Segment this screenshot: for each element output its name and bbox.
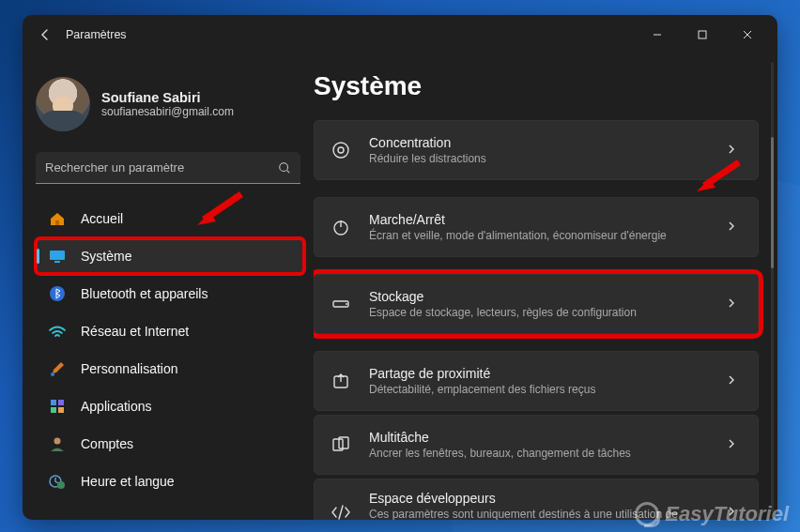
- sidebar-item-bluetooth[interactable]: Bluetooth et appareils: [36, 276, 304, 312]
- card-concentration[interactable]: Concentration Réduire les distractions: [314, 120, 759, 180]
- close-icon: [743, 30, 752, 39]
- svg-point-14: [338, 147, 344, 153]
- wifi-icon: [47, 321, 68, 342]
- power-icon: [330, 217, 352, 237]
- clock-globe-icon: [47, 471, 68, 492]
- svg-rect-3: [54, 261, 60, 263]
- profile-name: Soufiane Sabiri: [101, 90, 234, 105]
- sidebar-item-comptes[interactable]: Comptes: [36, 426, 304, 462]
- sidebar-item-label: Accueil: [81, 211, 123, 226]
- avatar: [36, 77, 90, 131]
- card-title: Stockage: [369, 289, 709, 304]
- svg-rect-8: [51, 407, 56, 413]
- share-icon: [330, 371, 352, 391]
- sidebar-item-label: Heure et langue: [81, 474, 175, 489]
- bluetooth-icon: [47, 283, 68, 304]
- scrollbar-thumb[interactable]: [771, 137, 774, 268]
- devspace-icon: [330, 502, 352, 520]
- page-title: Système: [314, 71, 770, 101]
- sidebar-item-personnalisation[interactable]: Personnalisation: [36, 351, 304, 387]
- titlebar: Paramètres: [23, 15, 777, 54]
- sidebar-item-heure-langue[interactable]: Heure et langue: [36, 464, 304, 499]
- profile-email: soufianesabiri@gmail.com: [101, 105, 234, 118]
- card-subtitle: Écran et veille, mode d'alimentation, éc…: [369, 229, 709, 242]
- svg-rect-9: [58, 407, 64, 413]
- svg-point-13: [333, 143, 348, 158]
- maximize-button[interactable]: [682, 21, 723, 49]
- sidebar: Soufiane Sabiri soufianesabiri@gmail.com…: [23, 54, 314, 520]
- main-content: Système Concentration Réduire les distra…: [314, 54, 777, 520]
- settings-window: Paramètres Soufiane Sabiri soufianesabir…: [23, 15, 777, 520]
- maximize-icon: [698, 30, 707, 39]
- svg-rect-2: [50, 251, 65, 260]
- card-title: Concentration: [369, 135, 709, 150]
- card-title: Partage de proximité: [369, 366, 709, 381]
- svg-point-10: [54, 438, 61, 445]
- sidebar-item-label: Bluetooth et appareils: [81, 286, 208, 301]
- window-controls: [637, 21, 768, 49]
- card-title: Multitâche: [369, 430, 709, 445]
- card-stockage[interactable]: Stockage Espace de stockage, lecteurs, r…: [314, 274, 759, 334]
- home-icon: [47, 208, 68, 229]
- sidebar-item-label: Comptes: [81, 436, 133, 451]
- search-icon: [278, 161, 291, 175]
- chevron-right-icon: [726, 296, 743, 312]
- svg-point-12: [57, 481, 65, 489]
- sidebar-item-accueil[interactable]: Accueil: [36, 201, 304, 236]
- card-marche-arret[interactable]: Marche/Arrêt Écran et veille, mode d'ali…: [314, 197, 759, 257]
- watermark-text: EasyTutoriel: [665, 502, 789, 526]
- watermark-icon: [635, 502, 659, 526]
- sidebar-item-applications[interactable]: Applications: [36, 388, 304, 424]
- monitor-icon: [47, 246, 68, 266]
- profile-section[interactable]: Soufiane Sabiri soufianesabiri@gmail.com: [23, 64, 314, 152]
- chevron-right-icon: [726, 142, 743, 159]
- card-partage[interactable]: Partage de proximité Détectabilité, empl…: [314, 351, 759, 411]
- sidebar-item-systeme[interactable]: Système: [36, 238, 304, 274]
- chevron-right-icon: [726, 219, 743, 236]
- search-input[interactable]: Rechercher un paramètre: [36, 152, 300, 184]
- card-title: Marche/Arrêt: [369, 212, 709, 227]
- svg-rect-7: [58, 400, 64, 405]
- svg-rect-0: [699, 31, 706, 38]
- card-subtitle: Ancrer les fenêtres, bureaux, changement…: [369, 447, 709, 460]
- card-subtitle: Détectabilité, emplacement des fichiers …: [369, 383, 709, 396]
- sidebar-item-label: Applications: [81, 399, 152, 414]
- minimize-icon: [653, 30, 662, 39]
- back-button[interactable]: [32, 22, 58, 48]
- minimize-button[interactable]: [637, 21, 678, 49]
- card-subtitle: Espace de stockage, lecteurs, règles de …: [369, 306, 709, 319]
- close-button[interactable]: [727, 21, 768, 49]
- brush-icon: [47, 358, 68, 379]
- chevron-right-icon: [726, 436, 743, 453]
- search-placeholder: Rechercher un paramètre: [45, 160, 278, 175]
- sidebar-item-label: Réseau et Internet: [81, 324, 189, 339]
- svg-point-1: [280, 162, 288, 171]
- svg-rect-6: [51, 400, 56, 405]
- card-subtitle: Réduire les distractions: [369, 152, 709, 165]
- person-icon: [47, 433, 68, 454]
- card-multitache[interactable]: Multitâche Ancrer les fenêtres, bureaux,…: [314, 415, 759, 475]
- svg-point-17: [346, 303, 347, 305]
- apps-icon: [47, 396, 68, 417]
- sidebar-item-label: Personnalisation: [81, 361, 178, 376]
- back-icon: [38, 27, 53, 42]
- storage-icon: [330, 294, 352, 314]
- multitask-icon: [330, 434, 352, 455]
- sidebar-item-label: Système: [81, 249, 131, 264]
- window-title: Paramètres: [66, 28, 127, 41]
- watermark: EasyTutoriel: [635, 502, 789, 526]
- sidebar-item-reseau[interactable]: Réseau et Internet: [36, 313, 304, 349]
- svg-point-5: [51, 372, 54, 376]
- settings-cards: Concentration Réduire les distractions M…: [314, 120, 770, 520]
- chevron-right-icon: [726, 372, 743, 389]
- scrollbar[interactable]: [771, 62, 774, 512]
- concentration-icon: [330, 140, 352, 160]
- nav-list: Accueil Système Bluetooth et appareils R…: [23, 201, 314, 499]
